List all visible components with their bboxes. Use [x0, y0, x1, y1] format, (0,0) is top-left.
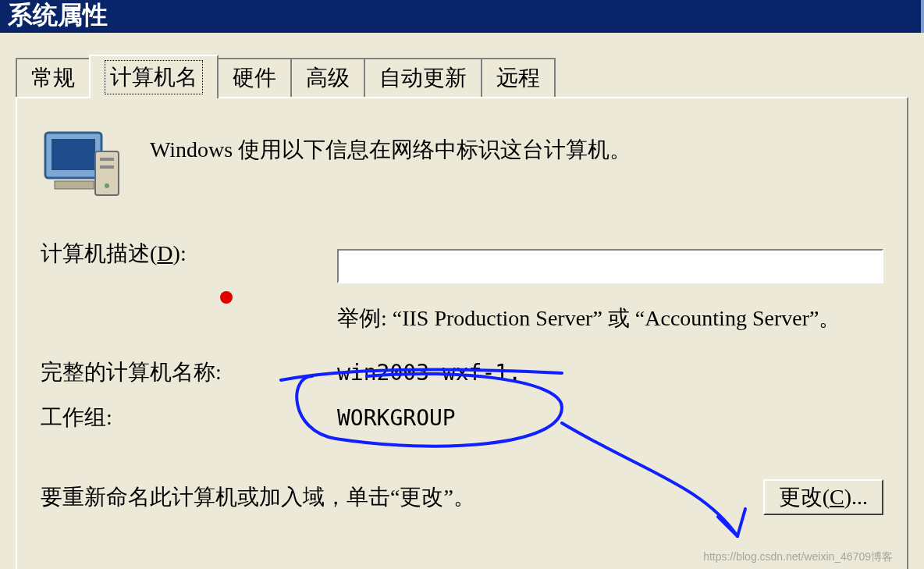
title-bar: 系统属性 [0, 0, 924, 33]
tab-panel: Windows 使用以下信息在网络中标识这台计算机。 计算机描述(D): 举例:… [16, 97, 908, 569]
svg-rect-5 [100, 165, 114, 169]
svg-rect-4 [100, 158, 114, 161]
svg-rect-2 [55, 181, 94, 189]
tab-strip: 常规 计算机名 硬件 高级 自动更新 远程 [16, 56, 908, 97]
svg-point-6 [105, 183, 109, 188]
tab-computer-name[interactable]: 计算机名 [89, 55, 219, 98]
change-button[interactable]: 更改(C)... [763, 479, 883, 515]
dialog-body: 常规 计算机名 硬件 高级 自动更新 远程 [0, 33, 924, 569]
workgroup-value: WORKGROUP [337, 405, 456, 431]
full-name-label: 完整的计算机名称: [41, 357, 337, 387]
watermark: https://blog.csdn.net/weixin_46709博客 [703, 550, 893, 564]
tab-advanced[interactable]: 高级 [290, 58, 365, 97]
rename-text: 要重新命名此计算机或加入域，单击“更改”。 [41, 482, 763, 512]
intro-text: Windows 使用以下信息在网络中标识这台计算机。 [150, 130, 883, 165]
tab-general[interactable]: 常规 [16, 58, 91, 97]
workgroup-label: 工作组: [41, 403, 337, 432]
description-example: 举例: “IIS Production Server” 或 “Accountin… [337, 303, 883, 334]
window-title: 系统属性 [8, 1, 108, 29]
red-dot-annotation [220, 291, 233, 304]
full-name-value: win2003-wxf-1. [337, 360, 521, 386]
description-input[interactable] [337, 249, 883, 283]
tab-auto-update[interactable]: 自动更新 [364, 58, 482, 97]
svg-rect-1 [52, 139, 95, 170]
description-label: 计算机描述(D): [41, 239, 337, 293]
tab-hardware[interactable]: 硬件 [217, 58, 292, 97]
tab-remote[interactable]: 远程 [481, 58, 556, 97]
computer-icon [41, 130, 150, 208]
